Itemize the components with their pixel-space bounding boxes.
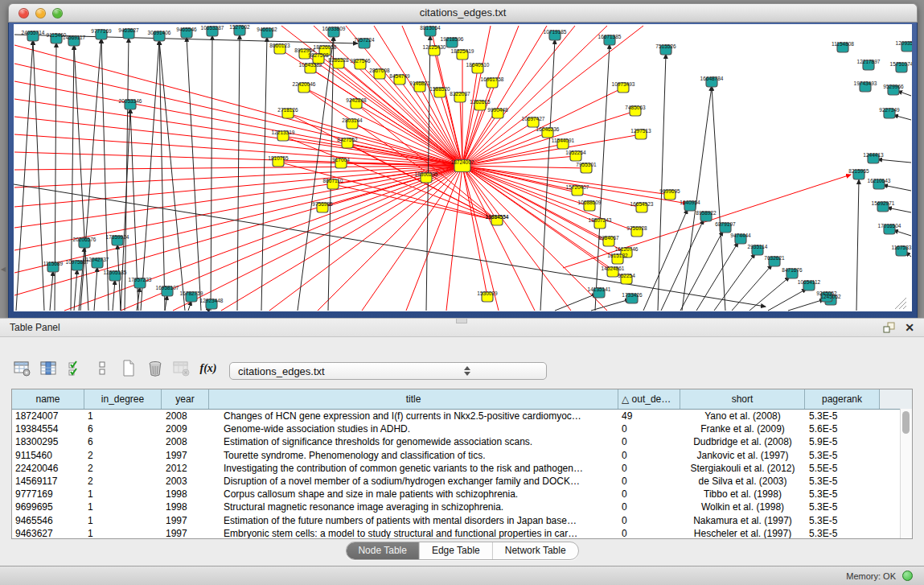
graph-edge[interactable] <box>94 267 97 311</box>
column-header-name[interactable]: name <box>12 389 84 409</box>
graph-edge[interactable] <box>261 37 267 311</box>
graph-edge[interactable] <box>159 40 185 311</box>
graph-edge[interactable] <box>74 270 77 311</box>
graph-edge[interactable] <box>893 230 911 236</box>
graph-edge[interactable] <box>356 104 497 220</box>
cell-in_degree[interactable]: 2 <box>84 463 162 474</box>
graph-edge[interactable] <box>661 220 704 311</box>
graph-edge[interactable] <box>856 179 859 311</box>
column-header-pagerank[interactable]: pagerank <box>805 389 880 409</box>
cell-pagerank[interactable]: 5.3E-5 <box>805 515 880 526</box>
close-panel-icon[interactable]: ✕ <box>905 322 914 333</box>
cell-title[interactable]: Structural magnetic resonance image aver… <box>209 501 618 513</box>
cell-short[interactable]: Jankovic et al. (1997) <box>680 450 805 461</box>
cell-out_de[interactable]: 0 <box>618 515 680 526</box>
table-row[interactable]: 911546021997Tourette syndrome. Phenomeno… <box>12 449 912 462</box>
cell-out_de[interactable]: 0 <box>618 423 680 435</box>
canvas-resize-grip-icon[interactable] <box>895 298 906 309</box>
column-header-short[interactable]: short <box>680 389 805 409</box>
cell-pagerank[interactable]: 5.3E-5 <box>805 410 880 422</box>
table-row[interactable]: 946362711997Embryonic stem cells: a mode… <box>12 527 912 539</box>
cell-in_degree[interactable]: 2 <box>84 476 162 487</box>
graph-edge[interactable] <box>113 280 115 311</box>
graph-edge[interactable] <box>50 271 53 311</box>
column-header-title[interactable]: title <box>209 389 618 409</box>
cell-pagerank[interactable]: 5.3E-5 <box>805 476 880 487</box>
cell-year[interactable]: 1998 <box>162 488 209 500</box>
cell-short[interactable]: Dudbridge et al. (2008) <box>680 436 805 447</box>
table-row[interactable]: 1872400712008Changes of HCN gene express… <box>12 410 912 422</box>
graph-edge[interactable] <box>682 86 712 311</box>
create-table-icon[interactable] <box>119 359 138 378</box>
graph-edge[interactable] <box>33 40 44 311</box>
cell-year[interactable]: 1998 <box>162 501 209 513</box>
graph-edge[interactable] <box>714 253 755 311</box>
cell-title[interactable]: Estimation of the future numbers of pati… <box>209 515 618 526</box>
cell-short[interactable]: de Silva et al. (2003) <box>680 476 805 487</box>
table-row[interactable]: 1830029562008Estimation of significance … <box>12 435 912 448</box>
graph-edge[interactable] <box>462 68 478 166</box>
tab-network-table[interactable]: Network Table <box>492 542 578 559</box>
cell-in_degree[interactable]: 1 <box>84 410 162 422</box>
graph-edge[interactable] <box>141 40 159 311</box>
zoom-window-icon[interactable] <box>52 8 63 19</box>
close-window-icon[interactable] <box>18 8 29 19</box>
float-panel-icon[interactable] <box>883 322 895 337</box>
graph-edge[interactable] <box>237 35 240 311</box>
tab-node-table[interactable]: Node Table <box>346 542 419 559</box>
cell-pagerank[interactable]: 5.3E-5 <box>805 528 880 539</box>
cell-pagerank[interactable]: 5.9E-5 <box>805 436 880 447</box>
cell-out_de[interactable]: 0 <box>618 463 680 474</box>
cell-pagerank[interactable]: 5.6E-5 <box>805 423 880 435</box>
column-header-year[interactable]: year <box>162 389 209 409</box>
cell-pagerank[interactable]: 5.3E-5 <box>805 450 880 461</box>
cell-year[interactable]: 2008 <box>162 436 209 447</box>
cell-title[interactable]: Estimation of significance thresholds fo… <box>209 436 618 447</box>
cell-title[interactable]: Tourette syndrome. Phenomenology and cla… <box>209 450 618 461</box>
graph-edge[interactable] <box>749 277 790 311</box>
graph-edge[interactable] <box>462 26 607 166</box>
cell-name[interactable]: 19384554 <box>12 423 84 435</box>
cell-out_de[interactable]: 49 <box>618 410 680 422</box>
function-builder-icon[interactable]: f(x) <box>199 359 218 378</box>
delete-table-icon[interactable] <box>146 359 165 378</box>
row-options-icon[interactable] <box>92 359 112 378</box>
table-row[interactable]: 946554611997Estimation of the future num… <box>12 514 912 527</box>
graph-edge[interactable] <box>696 242 738 311</box>
cell-title[interactable]: Changes of HCN gene expression and I(f) … <box>209 410 618 422</box>
graph-edge[interactable] <box>165 295 167 311</box>
cell-out_de[interactable]: 0 <box>618 436 680 447</box>
table-settings-icon[interactable] <box>13 359 32 378</box>
cell-year[interactable]: 1997 <box>162 515 209 526</box>
cell-short[interactable]: Wolkin et al. (1998) <box>680 501 805 513</box>
cell-name[interactable]: 9699695 <box>12 501 84 513</box>
table-selector[interactable]: citations_edges.txt <box>229 362 547 380</box>
tab-edge-table[interactable]: Edge Table <box>419 542 492 559</box>
cell-short[interactable]: Nakamura et al. (1997) <box>680 515 805 526</box>
cell-in_degree[interactable]: 1 <box>84 488 162 500</box>
cell-out_de[interactable]: 0 <box>618 488 680 500</box>
cell-in_degree[interactable]: 1 <box>84 501 162 513</box>
cell-year[interactable]: 2012 <box>162 463 209 474</box>
cell-short[interactable]: Franke et al. (2009) <box>680 423 805 435</box>
table-row[interactable]: 2242004622012Investigating the contribut… <box>12 462 912 475</box>
minimize-window-icon[interactable] <box>35 8 46 19</box>
cell-in_degree[interactable]: 1 <box>84 528 162 539</box>
cell-out_de[interactable]: 0 <box>618 528 680 539</box>
cell-year[interactable]: 2009 <box>162 423 209 435</box>
cell-title[interactable]: Corpus callosum shape and size in male p… <box>209 488 618 500</box>
graph-edge[interactable] <box>643 209 688 311</box>
show-columns-icon[interactable] <box>39 359 59 378</box>
graph-edge[interactable] <box>658 54 666 311</box>
table-row[interactable]: 1938455462009Genome-wide association stu… <box>12 422 912 435</box>
cell-title[interactable]: Embryonic stem cells: a model to study s… <box>209 528 618 539</box>
cell-year[interactable]: 1997 <box>162 450 209 461</box>
table-panel-titlebar[interactable]: Table Panel ✕ <box>0 318 924 337</box>
graph-edge[interactable] <box>591 299 630 311</box>
cell-title[interactable]: Genome-wide association studies in ADHD. <box>209 423 618 435</box>
cell-year[interactable]: 2008 <box>162 410 209 422</box>
cell-name[interactable]: 18300295 <box>12 436 84 447</box>
graph-edge[interactable] <box>462 166 586 168</box>
splitter-grip[interactable] <box>456 319 467 323</box>
cell-pagerank[interactable]: 5.3E-5 <box>805 501 880 513</box>
